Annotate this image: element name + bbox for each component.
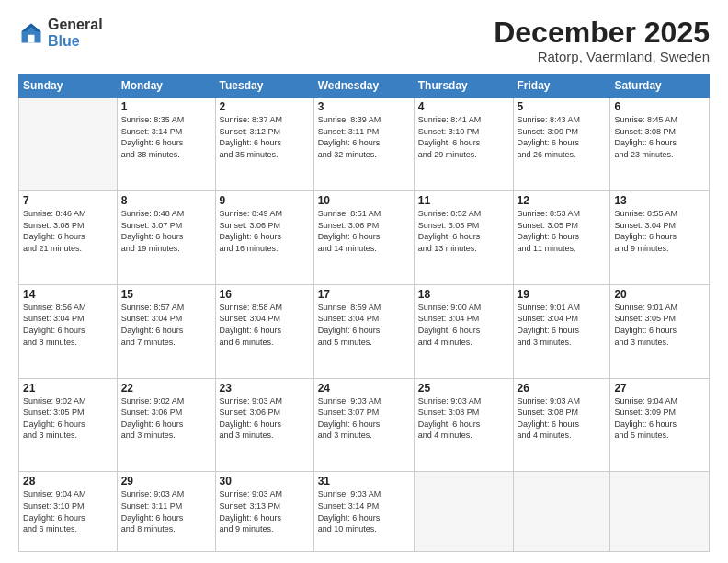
day-number: 9 [220, 194, 310, 207]
cell-content: Sunrise: 8:53 AMSunset: 3:05 PMDaylight:… [518, 208, 607, 254]
calendar-cell: 1Sunrise: 8:35 AMSunset: 3:14 PMDaylight… [117, 98, 215, 191]
calendar-cell: 10Sunrise: 8:51 AMSunset: 3:06 PMDayligh… [313, 190, 414, 284]
cell-content: Sunrise: 8:51 AMSunset: 3:06 PMDaylight:… [318, 208, 410, 254]
col-wednesday: Wednesday [313, 75, 414, 98]
day-number: 15 [121, 288, 211, 301]
calendar-cell: 13Sunrise: 8:55 AMSunset: 3:04 PMDayligh… [610, 190, 710, 284]
cell-content: Sunrise: 9:03 AMSunset: 3:07 PMDaylight:… [318, 396, 410, 442]
calendar-cell: 16Sunrise: 8:58 AMSunset: 3:04 PMDayligh… [215, 284, 313, 378]
cell-content: Sunrise: 8:43 AMSunset: 3:09 PMDaylight:… [518, 114, 607, 160]
day-number: 19 [518, 288, 607, 301]
calendar-cell: 15Sunrise: 8:57 AMSunset: 3:04 PMDayligh… [117, 284, 215, 378]
col-saturday: Saturday [610, 75, 710, 98]
cell-content: Sunrise: 8:49 AMSunset: 3:06 PMDaylight:… [220, 208, 310, 254]
cell-content: Sunrise: 8:48 AMSunset: 3:07 PMDaylight:… [121, 208, 211, 254]
logo-icon [18, 20, 44, 46]
logo-general: General [48, 17, 103, 33]
day-number: 31 [318, 475, 410, 488]
logo-text: General Blue [48, 17, 103, 49]
day-number: 23 [220, 382, 310, 395]
cell-content: Sunrise: 9:02 AMSunset: 3:05 PMDaylight:… [23, 396, 113, 442]
col-monday: Monday [117, 75, 215, 98]
day-number: 29 [121, 475, 211, 488]
header: General Blue December 2025 Ratorp, Vaerm… [18, 17, 710, 64]
cell-content: Sunrise: 9:03 AMSunset: 3:14 PMDaylight:… [318, 488, 410, 534]
logo: General Blue [18, 17, 103, 49]
day-number: 11 [418, 194, 509, 207]
day-number: 14 [23, 288, 113, 301]
cell-content: Sunrise: 8:39 AMSunset: 3:11 PMDaylight:… [318, 114, 410, 160]
day-number: 24 [318, 382, 410, 395]
day-number: 8 [121, 194, 211, 207]
day-number: 30 [220, 475, 310, 488]
day-number: 13 [614, 194, 705, 207]
calendar-cell [610, 472, 710, 552]
col-tuesday: Tuesday [215, 75, 313, 98]
calendar-cell: 11Sunrise: 8:52 AMSunset: 3:05 PMDayligh… [414, 190, 513, 284]
calendar-cell [513, 472, 610, 552]
day-number: 28 [23, 475, 113, 488]
cell-content: Sunrise: 8:58 AMSunset: 3:04 PMDaylight:… [220, 302, 310, 348]
day-number: 21 [23, 382, 113, 395]
cell-content: Sunrise: 8:59 AMSunset: 3:04 PMDaylight:… [318, 302, 410, 348]
cell-content: Sunrise: 9:04 AMSunset: 3:09 PMDaylight:… [614, 396, 705, 442]
col-sunday: Sunday [19, 75, 118, 98]
cell-content: Sunrise: 9:02 AMSunset: 3:06 PMDaylight:… [121, 396, 211, 442]
calendar-cell [414, 472, 513, 552]
calendar-cell: 30Sunrise: 9:03 AMSunset: 3:13 PMDayligh… [215, 472, 313, 552]
calendar-cell: 29Sunrise: 9:03 AMSunset: 3:11 PMDayligh… [117, 472, 215, 552]
calendar-cell: 14Sunrise: 8:56 AMSunset: 3:04 PMDayligh… [19, 284, 118, 378]
cell-content: Sunrise: 8:46 AMSunset: 3:08 PMDaylight:… [23, 208, 113, 254]
calendar-cell: 6Sunrise: 8:45 AMSunset: 3:08 PMDaylight… [610, 98, 710, 191]
calendar-cell: 5Sunrise: 8:43 AMSunset: 3:09 PMDaylight… [513, 98, 610, 191]
cell-content: Sunrise: 9:03 AMSunset: 3:06 PMDaylight:… [220, 396, 310, 442]
day-number: 5 [518, 100, 607, 113]
calendar-cell: 7Sunrise: 8:46 AMSunset: 3:08 PMDaylight… [19, 190, 118, 284]
cell-content: Sunrise: 9:01 AMSunset: 3:04 PMDaylight:… [518, 302, 607, 348]
cell-content: Sunrise: 8:52 AMSunset: 3:05 PMDaylight:… [418, 208, 509, 254]
cell-content: Sunrise: 8:35 AMSunset: 3:14 PMDaylight:… [121, 114, 211, 160]
svg-rect-2 [28, 34, 35, 42]
page: General Blue December 2025 Ratorp, Vaerm… [0, 0, 728, 563]
title-block: December 2025 Ratorp, Vaermland, Sweden [494, 17, 710, 64]
calendar-cell: 28Sunrise: 9:04 AMSunset: 3:10 PMDayligh… [19, 472, 118, 552]
day-number: 10 [318, 194, 410, 207]
calendar-cell: 2Sunrise: 8:37 AMSunset: 3:12 PMDaylight… [215, 98, 313, 191]
day-number: 2 [220, 100, 310, 113]
day-number: 18 [418, 288, 509, 301]
calendar-cell: 22Sunrise: 9:02 AMSunset: 3:06 PMDayligh… [117, 378, 215, 472]
day-number: 25 [418, 382, 509, 395]
col-friday: Friday [513, 75, 610, 98]
day-number: 26 [518, 382, 607, 395]
calendar-cell: 21Sunrise: 9:02 AMSunset: 3:05 PMDayligh… [19, 378, 118, 472]
calendar-cell: 4Sunrise: 8:41 AMSunset: 3:10 PMDaylight… [414, 98, 513, 191]
logo-blue: Blue [48, 33, 103, 50]
day-number: 22 [121, 382, 211, 395]
cell-content: Sunrise: 8:56 AMSunset: 3:04 PMDaylight:… [23, 302, 113, 348]
day-number: 16 [220, 288, 310, 301]
cell-content: Sunrise: 8:55 AMSunset: 3:04 PMDaylight:… [614, 208, 705, 254]
day-number: 17 [318, 288, 410, 301]
calendar-cell: 17Sunrise: 8:59 AMSunset: 3:04 PMDayligh… [313, 284, 414, 378]
calendar-cell: 8Sunrise: 8:48 AMSunset: 3:07 PMDaylight… [117, 190, 215, 284]
calendar-cell: 9Sunrise: 8:49 AMSunset: 3:06 PMDaylight… [215, 190, 313, 284]
cell-content: Sunrise: 9:01 AMSunset: 3:05 PMDaylight:… [614, 302, 705, 348]
cell-content: Sunrise: 9:03 AMSunset: 3:11 PMDaylight:… [121, 488, 211, 534]
cell-content: Sunrise: 9:04 AMSunset: 3:10 PMDaylight:… [23, 488, 113, 534]
day-number: 6 [614, 100, 705, 113]
day-number: 20 [614, 288, 705, 301]
cell-content: Sunrise: 8:41 AMSunset: 3:10 PMDaylight:… [418, 114, 509, 160]
day-number: 4 [418, 100, 509, 113]
month-title: December 2025 [494, 17, 710, 49]
cell-content: Sunrise: 9:00 AMSunset: 3:04 PMDaylight:… [418, 302, 509, 348]
calendar-table: Sunday Monday Tuesday Wednesday Thursday… [18, 74, 710, 552]
cell-content: Sunrise: 8:45 AMSunset: 3:08 PMDaylight:… [614, 114, 705, 160]
cell-content: Sunrise: 9:03 AMSunset: 3:08 PMDaylight:… [418, 396, 509, 442]
col-thursday: Thursday [414, 75, 513, 98]
day-number: 3 [318, 100, 410, 113]
day-number: 12 [518, 194, 607, 207]
calendar-cell: 12Sunrise: 8:53 AMSunset: 3:05 PMDayligh… [513, 190, 610, 284]
calendar-cell: 19Sunrise: 9:01 AMSunset: 3:04 PMDayligh… [513, 284, 610, 378]
calendar-cell: 20Sunrise: 9:01 AMSunset: 3:05 PMDayligh… [610, 284, 710, 378]
calendar-cell: 24Sunrise: 9:03 AMSunset: 3:07 PMDayligh… [313, 378, 414, 472]
